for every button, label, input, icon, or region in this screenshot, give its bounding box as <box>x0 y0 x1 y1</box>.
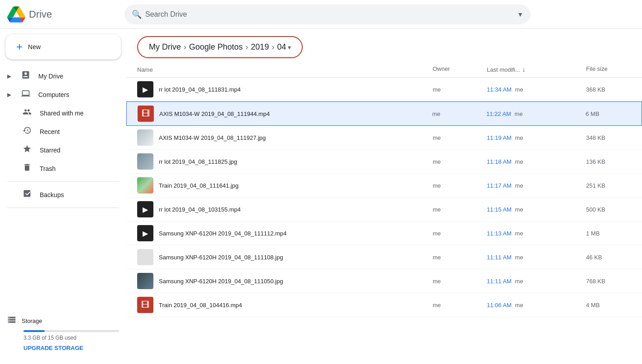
main-layout: + New ▶ My Drive ▶ Computers Shared with… <box>0 29 642 364</box>
expand-icon-computers: ▶ <box>7 92 11 98</box>
storage-label-text: Storage <box>22 318 42 324</box>
file-name: rr lot 2019_04_08_111831.mp4 <box>159 86 240 93</box>
sidebar-item-starred[interactable]: Starred <box>0 141 119 159</box>
file-modified: 11:13 AM me <box>487 230 586 237</box>
breadcrumb-04[interactable]: 04 <box>277 42 286 52</box>
my-drive-icon <box>20 70 31 82</box>
modified-by: me <box>513 302 523 309</box>
file-name: Samsung XNP-6120H 2019_04_08_111050.jpg <box>159 278 283 285</box>
file-owner: me <box>433 206 487 213</box>
file-owner: me <box>433 134 487 141</box>
file-size: 136 KB <box>586 158 631 165</box>
breadcrumb-sep-3: › <box>272 42 274 52</box>
new-button[interactable]: + New <box>5 34 121 60</box>
file-name-cell: Samsung XNP-6120H 2019_04_08_111108.jpg <box>137 249 433 265</box>
file-name-cell: Samsung XNP-6120H 2019_04_08_111050.jpg <box>137 273 433 289</box>
upgrade-storage-button[interactable]: UPGRADE STORAGE <box>23 345 119 351</box>
app-title: Drive <box>29 9 52 20</box>
search-dropdown-icon[interactable]: ▼ <box>517 11 523 18</box>
file-owner: me <box>433 302 487 309</box>
trash-icon <box>22 163 32 174</box>
file-row[interactable]: Samsung XNP-6120H 2019_04_08_111050.jpg … <box>126 269 642 293</box>
file-modified: 11:17 AM me <box>487 182 586 189</box>
column-header-modified[interactable]: Last modifi... ↓ <box>487 65 586 74</box>
file-row[interactable]: AXIS M1034-W 2019_04_08_111927.jpg me 11… <box>126 126 642 150</box>
film-icon: 🎞 <box>141 300 149 310</box>
topbar: Drive 🔍 ▼ <box>0 0 642 29</box>
sidebar-item-label-starred: Starred <box>40 147 60 154</box>
file-owner: me <box>433 278 487 285</box>
file-size: 500 KB <box>586 206 631 213</box>
file-size: 251 KB <box>586 182 631 189</box>
breadcrumb-sep-2: › <box>245 42 248 52</box>
file-thumbnail: ▶ <box>137 81 153 97</box>
sidebar-item-shared[interactable]: Shared with me <box>0 104 119 122</box>
file-row[interactable]: Train 2019_04_08_111641.jpg me 11:17 AM … <box>126 174 642 198</box>
sidebar-item-label-backups: Backups <box>40 191 64 198</box>
file-row[interactable]: rr lot 2019_04_08_111825.jpg me 11:18 AM… <box>126 150 642 174</box>
column-header-name[interactable]: Name <box>137 65 433 74</box>
play-icon: ▶ <box>143 205 148 214</box>
breadcrumb-area: My Drive › Google Photos › 2019 › 04 ▾ <box>126 29 642 62</box>
sidebar-item-computers[interactable]: ▶ Computers <box>0 85 119 104</box>
modified-by: me <box>513 254 523 261</box>
file-name-cell: ▶ rr lot 2019_04_08_111831.mp4 <box>137 81 433 97</box>
sidebar-item-backups[interactable]: Backups <box>0 185 119 204</box>
drive-logo-icon <box>7 5 25 23</box>
file-name: rr lot 2019_04_08_111825.jpg <box>159 158 237 165</box>
file-name: Train 2019_04_08_111641.jpg <box>159 182 239 189</box>
thumbnail-img <box>137 273 153 289</box>
modified-by: me <box>513 158 523 165</box>
file-thumbnail: 🎞 <box>137 297 153 313</box>
modified-by: me <box>513 278 523 285</box>
expand-icon-my-drive: ▶ <box>7 73 11 79</box>
storage-label-row: Storage <box>7 315 119 327</box>
sidebar-item-trash[interactable]: Trash <box>0 159 119 178</box>
file-modified: 11:06 AM me <box>487 302 586 309</box>
file-list: ▶ rr lot 2019_04_08_111831.mp4 me 11:34 … <box>126 78 642 364</box>
sidebar-item-my-drive[interactable]: ▶ My Drive <box>0 67 119 85</box>
search-input[interactable] <box>145 10 513 18</box>
storage-icon <box>7 315 16 327</box>
file-row[interactable]: ▶ rr lot 2019_04_08_103155.mp4 me 11:15 … <box>126 198 642 221</box>
file-row[interactable]: ▶ rr lot 2019_04_08_111831.mp4 me 11:34 … <box>126 78 642 101</box>
file-size: 368 KB <box>586 86 631 93</box>
storage-bar-fill <box>23 330 45 332</box>
file-list-header: Name Owner Last modifi... ↓ File size <box>126 62 642 78</box>
file-size: 6 MB <box>586 111 631 117</box>
file-size: 348 KB <box>586 134 631 141</box>
new-plus-icon: + <box>16 41 23 52</box>
file-thumbnail: 🎞 <box>138 106 154 122</box>
thumbnail-img <box>137 249 153 265</box>
file-name-cell: 🎞 AXIS M1034-W 2019_04_08_111944.mp4 <box>138 106 432 122</box>
sidebar-item-recent[interactable]: Recent <box>0 122 119 141</box>
file-thumbnail <box>137 249 153 265</box>
new-button-label: New <box>28 43 41 51</box>
file-modified: 11:22 AM me <box>486 111 586 117</box>
file-row[interactable]: 🎞 AXIS M1034-W 2019_04_08_111944.mp4 me … <box>126 101 642 126</box>
file-modified: 11:34 AM me <box>487 86 586 93</box>
modified-by: me <box>513 86 523 93</box>
sidebar-divider-2 <box>7 207 119 208</box>
content-area: My Drive › Google Photos › 2019 › 04 ▾ N… <box>126 29 642 364</box>
file-size: 4 MB <box>586 302 631 309</box>
modified-by: me <box>513 134 523 141</box>
file-size: 1 MB <box>586 230 631 237</box>
computers-icon <box>20 89 31 100</box>
file-row[interactable]: Samsung XNP-6120H 2019_04_08_111108.jpg … <box>126 245 642 269</box>
file-row[interactable]: 🎞 Train 2019_04_08_104416.mp4 me 11:06 A… <box>126 293 642 317</box>
breadcrumb-oval: My Drive › Google Photos › 2019 › 04 ▾ <box>137 36 303 58</box>
search-bar[interactable]: 🔍 ▼ <box>125 5 531 24</box>
sidebar: + New ▶ My Drive ▶ Computers Shared with… <box>0 29 126 364</box>
sidebar-item-label-shared: Shared with me <box>40 110 83 117</box>
breadcrumb-my-drive[interactable]: My Drive <box>149 42 181 52</box>
sidebar-item-label-recent: Recent <box>40 128 60 135</box>
file-row[interactable]: ▶ Samsung XNP-6120H 2019_04_08_111112.mp… <box>126 221 642 245</box>
breadcrumb-dropdown-icon[interactable]: ▾ <box>288 44 291 51</box>
search-icon: 🔍 <box>132 9 142 19</box>
file-name-cell: 🎞 Train 2019_04_08_104416.mp4 <box>137 297 433 313</box>
breadcrumb-2019[interactable]: 2019 <box>251 42 269 52</box>
sidebar-item-label-my-drive: My Drive <box>38 73 63 80</box>
breadcrumb-google-photos[interactable]: Google Photos <box>189 42 243 52</box>
file-owner: me <box>432 111 486 117</box>
